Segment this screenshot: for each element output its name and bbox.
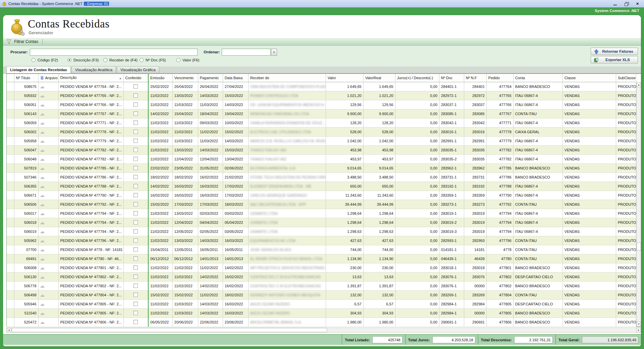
cell-conferido[interactable]	[123, 100, 148, 109]
cell-emissao[interactable]: 11/02/2022	[148, 91, 172, 100]
cell-nnf[interactable]: 283042	[464, 118, 486, 127]
cell-vencimento[interactable]: 13/03/2022	[172, 145, 198, 154]
cell-emissao[interactable]: 14/02/2022	[148, 182, 172, 191]
cell-titulo[interactable]: 506002	[14, 127, 38, 136]
cell-ndoc[interactable]: 283085-1	[439, 109, 464, 118]
cell-receber-de[interactable]: CMA INDUSTRIA DE COMPONENTES PLAST...	[248, 82, 326, 91]
cell-valorreal[interactable]: 1.042,00	[363, 136, 395, 145]
cell-valorreal[interactable]: 1.980,00	[363, 317, 395, 327]
cell-pagamento[interactable]: 11/02/2022	[198, 290, 223, 299]
conferido-checkbox[interactable]	[133, 166, 138, 170]
cell-vencimento[interactable]: 11/03/2022	[172, 136, 198, 145]
cell-descricao[interactable]: PEDIDO VENDA Nº 477802 - NF: 2...	[58, 272, 123, 281]
cell-valor[interactable]: 650,00	[326, 182, 363, 191]
cell-descricao[interactable]: PEDIDO VENDA Nº 477792 - NF: 2...	[58, 200, 123, 209]
cell-arquivo[interactable]: ☁	[38, 308, 58, 317]
cell-valor[interactable]: 453,98	[326, 145, 363, 154]
cell-pedido[interactable]: 477802	[486, 281, 513, 290]
cell-pedido[interactable]: 477779	[486, 136, 513, 145]
cell-receber-de[interactable]: ALVOREA AMBIENTAL S.A	[248, 163, 326, 172]
conferido-checkbox[interactable]	[133, 211, 138, 215]
conferido-checkbox[interactable]	[133, 265, 138, 270]
cell-conta[interactable]: BANCO BRADESCO	[513, 172, 562, 182]
cell-vencimento[interactable]: 15/02/2022	[172, 290, 198, 299]
cell-juros-desconto[interactable]: 0,00	[395, 182, 439, 191]
cell-arquivo[interactable]: ☁	[38, 145, 58, 154]
cell-pedido[interactable]: 477805	[486, 308, 513, 317]
cell-arquivo[interactable]: ☁	[38, 191, 58, 200]
cell-valorreal[interactable]: 744,00	[363, 245, 395, 254]
cell-subclasse[interactable]: PRODUTO	[616, 308, 636, 317]
cell-conferido[interactable]	[123, 263, 148, 272]
cell-data-baixa[interactable]: 13/04/2022	[223, 154, 248, 163]
cell-pedido[interactable]: 477785	[486, 163, 513, 172]
cell-conferido[interactable]	[123, 236, 148, 245]
cell-valor[interactable]: 1.021,20	[326, 91, 363, 100]
row-selector-cell[interactable]	[7, 154, 14, 163]
cell-conferido[interactable]	[123, 118, 148, 127]
cell-classe[interactable]: VENDAS	[562, 281, 616, 290]
conferido-checkbox[interactable]	[133, 238, 138, 243]
cell-valor[interactable]: 744,00	[326, 245, 363, 254]
cell-subclasse[interactable]: PRODUTO	[616, 200, 636, 209]
cell-conferido[interactable]	[123, 254, 148, 263]
cell-titulo[interactable]: 505958	[14, 136, 38, 145]
search-mode-radio[interactable]: Nº Doc (F5)	[140, 58, 176, 62]
cell-receber-de[interactable]: CONTROLTEC C M ELETROMECANICAS	[248, 281, 326, 290]
row-selector-cell[interactable]	[7, 127, 14, 136]
cell-conferido[interactable]	[123, 317, 148, 327]
cell-data-baixa[interactable]: 16/03/2022	[223, 308, 248, 317]
cell-emissao[interactable]: 18/02/2022	[148, 172, 172, 182]
cell-nnf[interactable]: 00000	[464, 281, 486, 290]
cell-ndoc[interactable]: 282984-1	[439, 308, 464, 317]
table-row[interactable]: 506143 ☁ PEDIDO VENDA Nº 477767 - NF: 2.…	[7, 109, 636, 118]
cell-conferido[interactable]	[123, 163, 148, 172]
cell-pagamento[interactable]: 09/03/2022	[198, 118, 223, 127]
cell-conta[interactable]: CONTA ITAU	[513, 200, 562, 209]
filter-toolbar-label[interactable]: Filtrar Contas	[14, 39, 38, 44]
cell-valor[interactable]: 39.444,99	[326, 200, 363, 209]
cell-receber-de[interactable]: JOSE GERALDO ALVES	[248, 245, 326, 254]
header-valorreal[interactable]: ValorReal	[363, 74, 395, 82]
table-row[interactable]: 505962 ☁ PEDIDO VENDA Nº 477796 - NF: 2.…	[7, 236, 636, 245]
cell-nnf[interactable]: 283018	[464, 263, 486, 272]
table-row[interactable]: 507819 ☁ PEDIDO VENDA Nº 477785 - NF: 2.…	[7, 163, 636, 172]
cell-receber-de[interactable]: CAMILA FERNANDA DONADON DE SOUZ...	[248, 118, 326, 127]
cell-subclasse[interactable]: PRODUTO	[616, 154, 636, 163]
cell-nnf[interactable]: 283359	[464, 191, 486, 200]
cell-pagamento[interactable]: 16/05/2011	[198, 245, 223, 254]
conferido-checkbox[interactable]	[133, 256, 138, 261]
cell-vencimento[interactable]: 12/05/2011	[172, 245, 198, 254]
row-selector-cell[interactable]	[7, 82, 14, 91]
cell-arquivo[interactable]: ☁	[38, 163, 58, 172]
cell-subclasse[interactable]: PRODUTO	[616, 91, 636, 100]
cell-receber-de[interactable]: WP PROJETOS E SERVICOS INDUSTRIAIS ...	[248, 263, 326, 272]
table-row[interactable]: 506059 ☁ PEDIDO VENDA Nº 477771 - NF: 2.…	[7, 118, 636, 127]
cell-titulo[interactable]: 506047	[14, 145, 38, 154]
cell-pedido[interactable]: 477778	[486, 127, 513, 136]
cell-juros-desconto[interactable]: 0,00	[395, 263, 439, 272]
cell-pagamento[interactable]: 11/02/2022	[198, 127, 223, 136]
cell-emissao[interactable]: 25/02/2022	[148, 82, 172, 91]
cell-valor[interactable]: 6,57	[326, 299, 363, 308]
cell-subclasse[interactable]: PRODUTO	[616, 118, 636, 127]
cell-classe[interactable]: VENDAS	[562, 172, 616, 182]
scroll-up-button[interactable]: ▲	[637, 82, 641, 87]
cell-pagamento[interactable]: 11/03/2022	[198, 136, 223, 145]
cell-juros-desconto[interactable]: 0,00	[395, 172, 439, 182]
cell-ndoc[interactable]: 282984-1	[439, 299, 464, 308]
cell-emissao[interactable]: 11/02/2022	[148, 281, 172, 290]
cell-valor[interactable]: 132,00	[326, 290, 363, 299]
cell-titulo[interactable]: 506059	[14, 118, 38, 127]
cell-valorreal[interactable]: 13,63	[363, 272, 395, 281]
cell-juros-desconto[interactable]: 0,00	[395, 145, 439, 154]
cell-titulo[interactable]: 506048	[14, 154, 38, 163]
minimize-button[interactable]	[613, 2, 617, 6]
row-selector-cell[interactable]	[7, 172, 14, 182]
cell-conferido[interactable]	[123, 299, 148, 308]
close-button[interactable]: ✕	[636, 2, 640, 6]
row-selector-cell[interactable]	[7, 281, 14, 290]
cell-emissao[interactable]: 11/02/2022	[148, 272, 172, 281]
cell-nnf[interactable]: 283962	[464, 163, 486, 172]
cell-juros-desconto[interactable]: 0,00	[395, 245, 439, 254]
